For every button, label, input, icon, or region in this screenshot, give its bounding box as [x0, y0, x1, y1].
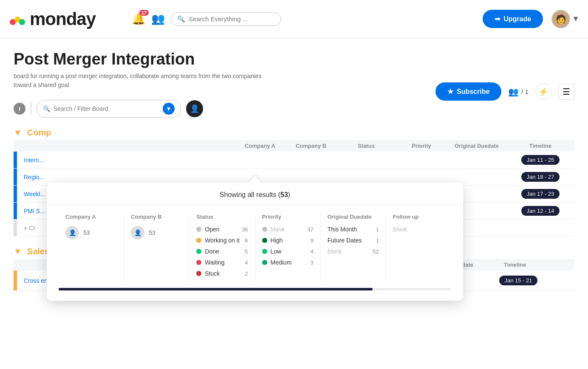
popup-columns: Company A 👤 53 Company B 👤 53 Status — [47, 205, 463, 281]
bell-badge: 17 — [139, 10, 149, 16]
popup-status-working[interactable]: Working on it 6 — [196, 237, 248, 244]
popup-duedate-blank[interactable]: blank 52 — [328, 248, 379, 255]
timeline-badge-4: Jan 12 - 14 — [521, 206, 559, 216]
duedate-thismonth-label: This Month — [328, 226, 357, 233]
person-filter-button[interactable]: 👤 — [186, 100, 203, 117]
status-label-working: Working on it — [205, 237, 241, 244]
dot-done — [196, 249, 201, 254]
user-avatar-wrap[interactable]: 🧑 ▼ — [551, 10, 580, 28]
duedate-blank-count: 52 — [373, 248, 379, 255]
popup-scrollbar-track — [59, 288, 451, 290]
col-headers: Company A Company B Status Priority Orig… — [14, 140, 574, 152]
global-search[interactable]: 🔍 — [171, 12, 281, 26]
dot-low — [262, 249, 267, 254]
search-input[interactable] — [189, 15, 265, 23]
menu-icon-button[interactable]: ☰ — [558, 84, 574, 100]
popup-priority-blank[interactable]: blank 37 — [262, 226, 314, 233]
timeline-badge-1: Jan 11 - 25 — [521, 155, 559, 165]
priority-count-medium: 3 — [310, 259, 313, 266]
popup-compa-count: 53 — [83, 229, 90, 236]
nav-icons: 🔔 17 👥 🔍 — [132, 12, 474, 26]
members-icon: 👥 — [508, 87, 519, 97]
col-header-status: Status — [336, 143, 396, 149]
add-row-label[interactable]: + Cr — [17, 225, 35, 231]
row-name-intern[interactable]: Intern... — [17, 157, 204, 163]
filter-search-bar[interactable]: 🔍 ▼ — [37, 100, 181, 118]
row-name-regio[interactable]: Regio... — [17, 174, 204, 180]
sales-timeline-badge: Jan 15 - 21 — [499, 276, 537, 285]
subscribe-button[interactable]: ★ Subscribe — [435, 82, 501, 101]
priority-count-high: 9 — [310, 237, 313, 244]
status-count-waiting: 4 — [245, 259, 248, 266]
activity-icon-button[interactable]: ⚡ — [535, 84, 551, 100]
filter-dropdown-button[interactable]: ▼ — [163, 103, 175, 115]
row-accent — [14, 186, 17, 202]
popup-duedate-thismonth[interactable]: This Month 1 — [328, 226, 379, 233]
popup-scrollbar-thumb[interactable] — [59, 288, 373, 290]
row-accent — [14, 169, 17, 185]
bell-button[interactable]: 🔔 17 — [132, 12, 145, 25]
dot-medium — [262, 260, 267, 265]
popup-compb-avatar: 👤 — [131, 226, 144, 239]
popup-col-followup-title: Follow up — [393, 214, 444, 220]
priority-label-blank: blank — [271, 226, 304, 233]
avatar-dropdown-icon[interactable]: ▼ — [572, 14, 580, 23]
group-chevron-comp[interactable]: ▼ — [14, 128, 22, 138]
duedate-future-label: Future Dates — [328, 237, 362, 244]
person-filter-icon: 👤 — [190, 104, 199, 113]
timeline-badge-3: Jan 17 - 23 — [521, 189, 559, 199]
popup-col-followup: Follow up blank — [386, 214, 451, 281]
row-timeline-4: Jan 12 - 14 — [506, 206, 574, 216]
popup-status-open[interactable]: Open 36 — [196, 226, 248, 233]
popup-col-duedate-title: Original Duedate — [328, 214, 379, 220]
popup-priority-high[interactable]: High 9 — [262, 237, 314, 244]
popup-priority-low[interactable]: Low 4 — [262, 248, 314, 255]
status-label-waiting: Waiting — [205, 259, 241, 266]
add-row-accent — [14, 220, 17, 236]
logo-text: monday — [30, 9, 96, 29]
popup-col-status-title: Status — [196, 214, 248, 220]
priority-label-low: Low — [271, 248, 307, 255]
popup-status-waiting[interactable]: Waiting 4 — [196, 259, 248, 266]
followup-blank-label: blank — [393, 226, 407, 233]
popup-status-stuck[interactable]: Stuck 2 — [196, 270, 248, 277]
dot-waiting — [196, 260, 201, 265]
dot-high — [262, 238, 267, 243]
popup-col-b-title: Company B — [131, 214, 182, 220]
priority-count-blank: 37 — [307, 226, 313, 233]
popup-compb-count: 53 — [149, 229, 155, 236]
row-accent — [14, 152, 17, 168]
popup-compa-avatar: 👤 — [65, 226, 79, 239]
filter-search-icon: 🔍 — [43, 105, 50, 112]
board-toolbar: I 🔍 ▼ 👤 — [14, 100, 574, 118]
topnav: monday 🔔 17 👥 🔍 ➡ Upgrade 🧑 ▼ — [0, 0, 588, 38]
members-button[interactable]: 👥 / 1 — [508, 87, 529, 97]
sales-chevron[interactable]: ▼ — [14, 247, 22, 256]
upgrade-button[interactable]: ➡ Upgrade — [483, 10, 543, 28]
dot-open — [196, 227, 201, 232]
filter-search-input[interactable] — [54, 105, 159, 112]
dot-stuck — [196, 271, 201, 276]
page-description: board for running a post merger integrat… — [14, 72, 269, 90]
priority-count-low: 4 — [310, 248, 313, 255]
popup-header: Showing all results (53) — [47, 183, 463, 205]
popup-status-done[interactable]: Done 5 — [196, 248, 248, 255]
popup-arrow — [249, 176, 261, 183]
filter-popup: Showing all results (53) Company A 👤 53 … — [47, 183, 463, 301]
page-title: Post Merger Integration — [14, 50, 574, 68]
popup-priority-medium[interactable]: Medium 3 — [262, 259, 314, 266]
col-header-timeline: Timeline — [506, 143, 574, 149]
dot-working — [196, 238, 201, 243]
sales-col-timeline: Timeline — [481, 262, 549, 268]
toolbar-divider — [31, 102, 31, 115]
status-count-open: 36 — [242, 226, 248, 233]
people-icon-button[interactable]: 👥 — [151, 12, 165, 25]
popup-duedate-future[interactable]: Future Dates 1 — [328, 237, 379, 244]
search-icon: 🔍 — [177, 15, 185, 23]
group-header-comp: ▼ Comp — [14, 124, 574, 140]
popup-col-priority: Priority blank 37 High 9 Low 4 — [255, 214, 321, 281]
priority-label-medium: Medium — [271, 259, 307, 266]
sales-timeline: Jan 15 - 21 — [484, 276, 552, 285]
col-header-priority: Priority — [396, 143, 447, 149]
status-count-done: 5 — [245, 248, 248, 255]
